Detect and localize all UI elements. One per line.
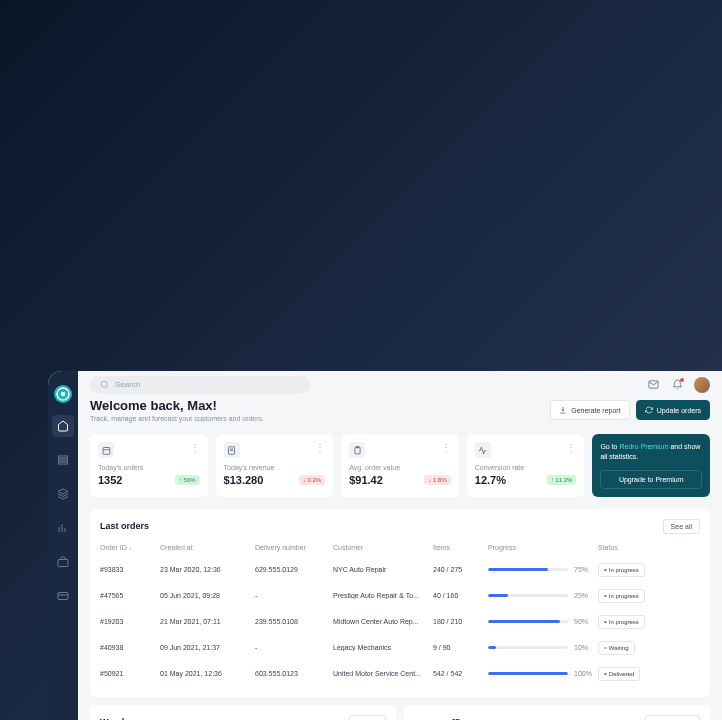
stat-badge: ↓ 1.8% <box>424 475 450 485</box>
search-input[interactable]: Search <box>90 376 310 394</box>
cell-delivery: 629.555.0129 <box>255 566 333 573</box>
svg-point-8 <box>101 381 107 387</box>
stat-icon <box>349 442 365 458</box>
stat-menu-button[interactable]: ⋮ <box>190 442 200 453</box>
calendar-icon <box>102 446 111 455</box>
table-row[interactable]: #4093809 Jun 2021, 21:37-Legacy Mechanic… <box>100 635 700 661</box>
stat-label: Conversion rate <box>475 464 577 471</box>
cell-status: In progress <box>598 615 663 629</box>
col-header-items[interactable]: Items <box>433 544 488 551</box>
cell-items: 9 / 90 <box>433 644 488 651</box>
search-placeholder: Search <box>115 380 140 389</box>
sidebar-item-home[interactable] <box>52 415 74 437</box>
traffic-panel: Items traffic This week⌄ <box>404 705 710 720</box>
table-row[interactable]: #1920321 Mar 2021, 07:11239.555.0108Midt… <box>100 609 700 635</box>
cell-delivery: 603.555.0123 <box>255 670 333 677</box>
update-orders-button[interactable]: Update orders <box>636 400 710 420</box>
stats-row: ⋮ Today's orders 1352 ↑ 56% ⋮ Today's re… <box>90 434 710 497</box>
cell-customer: Legacy Mechanics <box>333 644 433 651</box>
search-icon <box>100 380 109 389</box>
orders-table: Order ID↓ Created at Delivery number Cus… <box>100 544 700 687</box>
svg-rect-2 <box>59 456 68 458</box>
user-avatar[interactable] <box>694 377 710 393</box>
stat-card-revenue: ⋮ Today's revenue $13.280 ↓ 0.2% <box>216 434 334 497</box>
warehouse-see-all-button[interactable]: See all <box>349 715 386 720</box>
stat-menu-button[interactable]: ⋮ <box>315 442 325 453</box>
mail-button[interactable] <box>646 378 660 392</box>
svg-rect-11 <box>103 447 110 454</box>
content-area: Welcome back, Max! Track, manage and for… <box>78 398 722 720</box>
col-header-id[interactable]: Order ID↓ <box>100 544 160 551</box>
table-row[interactable]: #4756505 Jun 2021, 09:28-Prestige Auto R… <box>100 583 700 609</box>
page-title: Welcome back, Max! <box>90 398 550 413</box>
stat-menu-button[interactable]: ⋮ <box>566 442 576 453</box>
home-icon <box>57 420 69 432</box>
stat-menu-button[interactable]: ⋮ <box>441 442 451 453</box>
download-icon <box>559 406 567 414</box>
table-header: Order ID↓ Created at Delivery number Cus… <box>100 544 700 557</box>
cell-progress: 75% <box>488 566 598 573</box>
premium-card: Go to Redro Premium and show all statist… <box>592 434 710 497</box>
cell-status: Waiting <box>598 641 663 655</box>
cell-status: In progress <box>598 563 663 577</box>
sort-icon: ↓ <box>129 545 132 551</box>
cell-date: 23 Mar 2020, 12:36 <box>160 566 255 573</box>
svg-rect-5 <box>58 560 68 567</box>
traffic-dropdown[interactable]: This week⌄ <box>645 715 700 720</box>
upgrade-premium-button[interactable]: Upgrade to Premium <box>600 470 702 489</box>
app-logo[interactable] <box>54 385 72 403</box>
panel-title: Last orders <box>100 521 149 531</box>
col-header-delivery[interactable]: Delivery number <box>255 544 333 551</box>
premium-link[interactable]: Redro Premium <box>619 443 668 450</box>
cell-items: 40 / 160 <box>433 592 488 599</box>
stat-label: Today's revenue <box>224 464 326 471</box>
cell-customer: United Motor Service Cent... <box>333 670 433 677</box>
sidebar-item-reports[interactable] <box>52 517 74 539</box>
sidebar-item-briefcase[interactable] <box>52 551 74 573</box>
svg-point-1 <box>61 392 66 397</box>
table-row[interactable]: #9383323 Mar 2020, 12:36629.555.0129NYC … <box>100 557 700 583</box>
col-header-customer[interactable]: Customer <box>333 544 433 551</box>
premium-text: Go to Redro Premium and show all statist… <box>600 442 702 462</box>
cell-id: #40938 <box>100 644 160 651</box>
sidebar <box>48 371 78 720</box>
topbar-right <box>646 377 710 393</box>
cell-date: 05 Jun 2021, 09:28 <box>160 592 255 599</box>
col-header-status[interactable]: Status <box>598 544 663 551</box>
activity-icon <box>478 446 487 455</box>
cell-delivery: - <box>255 592 333 599</box>
stat-badge: ↑ 11.2% <box>547 475 577 485</box>
cell-items: 240 / 275 <box>433 566 488 573</box>
bell-icon <box>672 379 683 390</box>
cell-delivery: - <box>255 644 333 651</box>
mail-icon <box>648 379 659 390</box>
cell-progress: 100% <box>488 670 598 677</box>
table-row[interactable]: #5092101 May 2021, 12:36603.555.0123Unit… <box>100 661 700 687</box>
generate-report-button[interactable]: Generate report <box>550 400 629 420</box>
sidebar-item-inbox[interactable] <box>52 449 74 471</box>
sidebar-item-package[interactable] <box>52 483 74 505</box>
cell-progress: 10% <box>488 644 598 651</box>
cell-items: 542 / 542 <box>433 670 488 677</box>
svg-rect-3 <box>59 459 68 461</box>
col-header-progress[interactable]: Progress <box>488 544 598 551</box>
notification-button[interactable] <box>670 378 684 392</box>
stat-icon <box>224 442 240 458</box>
cell-customer: Midtown Center Auto Rep... <box>333 618 433 625</box>
cell-status: Delivered <box>598 667 663 681</box>
col-header-created[interactable]: Created at <box>160 544 255 551</box>
stat-card-avg: ⋮ Avg. order value $91.42 ↓ 1.8% <box>341 434 459 497</box>
cell-id: #47565 <box>100 592 160 599</box>
page-subtitle: Track, manage and forecast your customer… <box>90 415 550 422</box>
svg-line-9 <box>106 386 108 388</box>
see-all-button[interactable]: See all <box>663 519 700 534</box>
main-content: Search Welcome back, Max! Track, manage … <box>78 371 722 720</box>
stat-label: Avg. order value <box>349 464 451 471</box>
page-header: Welcome back, Max! Track, manage and for… <box>90 398 710 422</box>
cell-customer: Prestige Auto Repair & To... <box>333 592 433 599</box>
stat-value: $13.280 <box>224 474 264 486</box>
stat-badge: ↓ 0.2% <box>299 475 325 485</box>
svg-rect-6 <box>58 593 68 600</box>
stat-label: Today's orders <box>98 464 200 471</box>
sidebar-item-card[interactable] <box>52 585 74 607</box>
